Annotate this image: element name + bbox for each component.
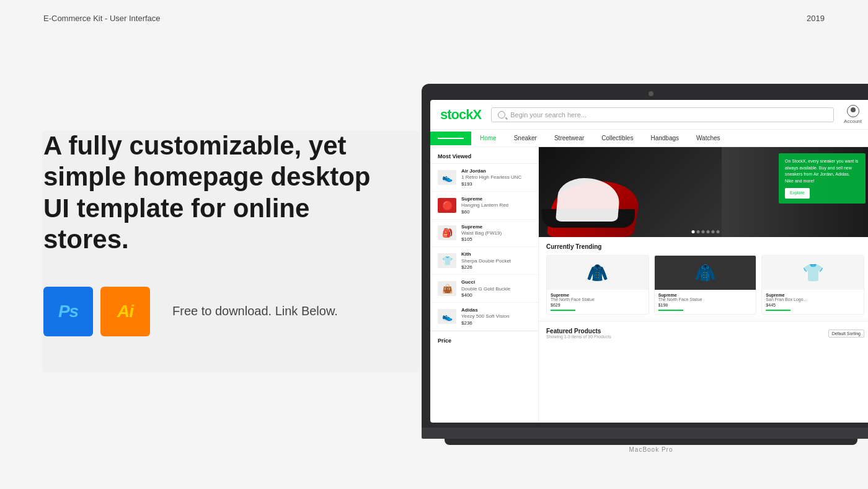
laptop-frame: stockX Begin your search here... Account: [422, 84, 868, 453]
product-info: Supreme Hanging Lantern Red $60: [461, 196, 531, 215]
product-thumb: 🔴: [438, 198, 456, 213]
laptop-label: MacBook Pro: [422, 446, 868, 453]
laptop-foot: [445, 439, 857, 445]
nav-collectibles[interactable]: Collectibles: [593, 130, 642, 146]
site-body: Most Viewed 👟 Air Jordan 1 Retro High Fe…: [430, 147, 868, 423]
hero-overlay: On StockX, every sneaker you want is alw…: [779, 153, 866, 204]
featured-subtitle: Showing 1-9 items of 90 Products: [546, 334, 611, 339]
page-year: 2019: [807, 14, 825, 23]
laptop-mockup: stockX Begin your search here... Account: [422, 84, 868, 453]
site-main: On StockX, every sneaker you want is alw…: [539, 147, 868, 423]
site-header: stockX Begin your search here... Account: [430, 100, 868, 130]
product-info: Gucci Double G Gold Buckle $400: [461, 279, 531, 298]
trending-grid: 🧥 Supreme The North Face Statue $629: [546, 255, 864, 315]
trending-card-bar: [658, 310, 683, 311]
laptop-camera: [649, 91, 653, 96]
product-thumb: 🎒: [438, 225, 456, 240]
product-thumb: 👕: [438, 253, 456, 268]
photoshop-icon: Ps: [43, 287, 93, 336]
product-info: Air Jordan 1 Retro High Fearless UNC $19…: [461, 168, 524, 187]
account-label: Account: [844, 119, 862, 124]
list-item: 👟 Adidas Yeezy 500 Soft Vision $236: [430, 303, 538, 331]
trending-card-info: Supreme San Fran Box Logo... $445: [762, 290, 864, 314]
site-nav: Home Sneaker Streetwear Collectibles Han…: [430, 130, 868, 147]
trending-card-img: 🧥: [547, 256, 649, 290]
hero-dot: [691, 230, 694, 233]
product-thumb: 👟: [438, 170, 456, 185]
product-info: Kith Sherpa Double Pocket $226: [461, 251, 531, 270]
nav-handbags[interactable]: Handbags: [642, 130, 688, 146]
page-title: E-Commerce Kit - User Interface: [43, 14, 161, 23]
laptop-screen: stockX Begin your search here... Account: [430, 100, 868, 423]
account-area: Account: [844, 105, 862, 124]
hero-dot: [716, 230, 719, 233]
list-item: 👕 Kith Sherpa Double Pocket $226: [430, 247, 538, 275]
download-text: Free to download. Link Below.: [172, 304, 338, 318]
trending-card: 👕 Supreme San Fran Box Logo... $445: [761, 255, 864, 315]
list-item: 🔴 Supreme Hanging Lantern Red $60: [430, 192, 538, 220]
left-content: A fully customizable, yet simple homepag…: [43, 130, 391, 336]
nav-streetwear[interactable]: Streetwear: [546, 130, 593, 146]
trending-card-bar: [551, 310, 575, 311]
hero-dots: [691, 230, 719, 233]
nav-links: Home Sneaker Streetwear Collectibles Han…: [471, 130, 729, 146]
product-info: Supreme Waist Bag (FW19) $105: [461, 224, 531, 243]
trending-card-info: Supreme The North Face Statue $198: [655, 290, 756, 314]
featured-header: Featured Products Showing 1-9 items of 9…: [546, 328, 864, 339]
featured-title: Featured Products: [546, 328, 611, 334]
hero-banner: On StockX, every sneaker you want is alw…: [539, 147, 868, 237]
site-logo: stockX: [440, 107, 481, 123]
headline: A fully customizable, yet simple homepag…: [43, 130, 391, 256]
hero-explore-btn[interactable]: Explore: [785, 188, 810, 199]
page-header: E-Commerce Kit - User Interface 2019: [0, 0, 868, 37]
site-search[interactable]: Begin your search here...: [491, 107, 834, 122]
hero-dot: [701, 230, 704, 233]
hero-dot: [706, 230, 709, 233]
hero-dot: [696, 230, 699, 233]
laptop-base: [422, 428, 868, 439]
nav-sneaker[interactable]: Sneaker: [505, 130, 546, 146]
trending-card-bar: [766, 310, 790, 311]
illustrator-icon: Ai: [100, 287, 150, 336]
list-item: 👟 Air Jordan 1 Retro High Fearless UNC $…: [430, 164, 538, 192]
product-thumb: 👜: [438, 281, 456, 296]
list-item: 👜 Gucci Double G Gold Buckle $400: [430, 275, 538, 303]
search-icon: [498, 111, 505, 119]
nav-menu-btn[interactable]: [430, 132, 471, 145]
account-icon: [847, 105, 859, 117]
trending-card: 🧥 Supreme The North Face Statue $629: [546, 255, 649, 315]
featured-sort-btn[interactable]: Default Sorting: [828, 330, 864, 338]
price-section: Price: [430, 331, 538, 350]
nav-home[interactable]: Home: [471, 130, 505, 146]
trending-card-img: 🧥: [655, 256, 756, 290]
laptop-screen-outer: stockX Begin your search here... Account: [422, 84, 868, 428]
site-sidebar: Most Viewed 👟 Air Jordan 1 Retro High Fe…: [430, 147, 539, 423]
trending-title: Currently Trending: [546, 243, 864, 250]
list-item: 🎒 Supreme Waist Bag (FW19) $105: [430, 220, 538, 248]
trending-card-img: 👕: [762, 256, 864, 290]
trending-section: Currently Trending 🧥 Supreme The North F…: [539, 237, 868, 321]
nav-watches[interactable]: Watches: [688, 130, 729, 146]
tool-icons: Ps Ai Free to download. Link Below.: [43, 287, 391, 336]
featured-section: Featured Products Showing 1-9 items of 9…: [539, 321, 868, 348]
product-thumb: 👟: [438, 309, 456, 324]
trending-card-info: Supreme The North Face Statue $629: [547, 290, 649, 314]
website: stockX Begin your search here... Account: [430, 100, 868, 423]
product-info: Adidas Yeezy 500 Soft Vision $236: [461, 307, 531, 326]
hero-dot: [711, 230, 714, 233]
most-viewed-title: Most Viewed: [430, 147, 538, 164]
trending-card: 🧥 Supreme The North Face Statue $198: [654, 255, 757, 315]
